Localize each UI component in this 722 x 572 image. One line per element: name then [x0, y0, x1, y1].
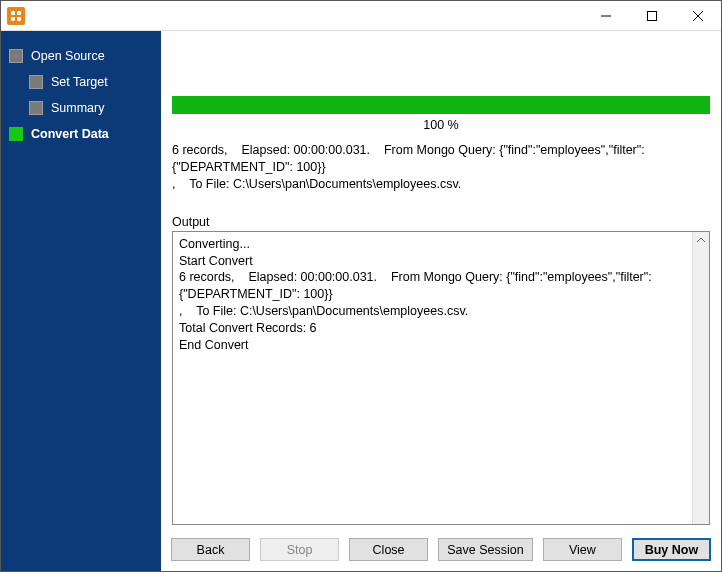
stop-button: Stop [260, 538, 339, 561]
view-button[interactable]: View [543, 538, 622, 561]
app-icon [7, 7, 25, 25]
svg-rect-0 [11, 11, 15, 15]
content-area: 100 % 6 records, Elapsed: 00:00:00.031. … [161, 31, 721, 571]
sidebar-item-set-target[interactable]: Set Target [1, 69, 161, 95]
svg-rect-3 [17, 17, 21, 21]
body: Open Source Set Target Summary Convert D… [1, 31, 721, 571]
progress-label: 100 % [172, 118, 710, 132]
sidebar-item-label: Open Source [31, 49, 105, 63]
minimize-button[interactable] [583, 1, 629, 30]
sidebar-item-label: Set Target [51, 75, 108, 89]
button-row: Back Stop Close Save Session View Buy No… [171, 538, 711, 563]
app-window: Open Source Set Target Summary Convert D… [0, 0, 722, 572]
svg-rect-5 [648, 11, 657, 20]
output-label: Output [172, 215, 710, 229]
step-box-icon [9, 49, 23, 63]
output-scrollbar[interactable] [692, 232, 709, 524]
step-box-icon [9, 127, 23, 141]
sidebar-item-label: Summary [51, 101, 104, 115]
sidebar: Open Source Set Target Summary Convert D… [1, 31, 161, 571]
output-textarea[interactable]: Converting... Start Convert 6 records, E… [173, 232, 692, 524]
progress-bar [172, 96, 710, 114]
step-box-icon [29, 101, 43, 115]
close-window-button[interactable] [675, 1, 721, 30]
sidebar-item-summary[interactable]: Summary [1, 95, 161, 121]
titlebar [1, 1, 721, 31]
step-box-icon [29, 75, 43, 89]
svg-rect-2 [11, 17, 15, 21]
close-button[interactable]: Close [349, 538, 428, 561]
back-button[interactable]: Back [171, 538, 250, 561]
sidebar-item-convert-data[interactable]: Convert Data [1, 121, 161, 147]
save-session-button[interactable]: Save Session [438, 538, 533, 561]
summary-text: 6 records, Elapsed: 00:00:00.031. From M… [172, 142, 710, 193]
sidebar-item-open-source[interactable]: Open Source [1, 43, 161, 69]
window-controls [583, 1, 721, 30]
maximize-button[interactable] [629, 1, 675, 30]
svg-rect-1 [17, 11, 21, 15]
output-box: Converting... Start Convert 6 records, E… [172, 231, 710, 525]
scroll-up-icon[interactable] [693, 232, 710, 249]
sidebar-item-label: Convert Data [31, 127, 109, 141]
content-inner: 100 % 6 records, Elapsed: 00:00:00.031. … [171, 39, 711, 526]
buy-now-button[interactable]: Buy Now [632, 538, 711, 561]
